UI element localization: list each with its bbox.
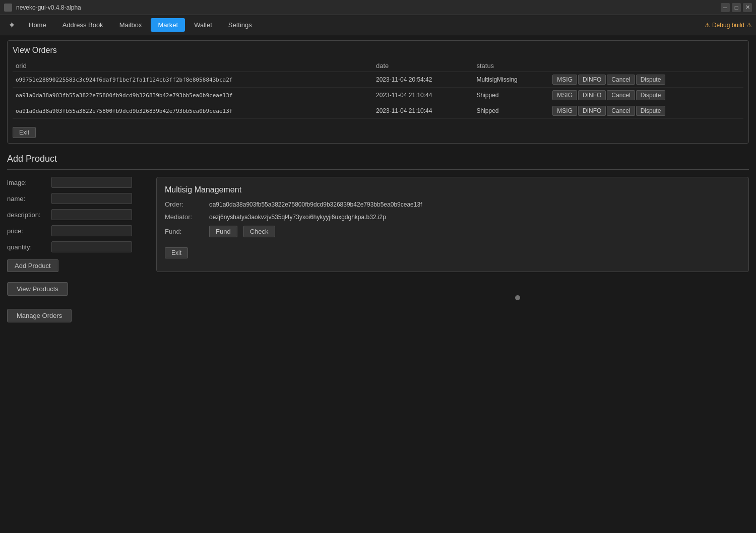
order-id: oa91a0da38a903fb55a3822e75800fb9dcd9b326… [13, 88, 373, 103]
col-orid: orid [13, 60, 373, 72]
view-products-button[interactable]: View Products [7, 282, 68, 296]
view-orders-title: View Orders [13, 46, 743, 55]
dispute-button[interactable]: Dispute [636, 90, 666, 100]
description-input[interactable] [51, 209, 132, 220]
cancel-button[interactable]: Cancel [607, 75, 635, 85]
manage-orders-container: Manage Orders [7, 309, 749, 329]
name-label: name: [7, 195, 47, 203]
nav-items: ✦ Home Address Book Mailbox Market Walle… [4, 18, 259, 33]
orders-exit-button[interactable]: Exit [13, 127, 36, 138]
order-status: Shipped [473, 88, 549, 103]
image-label: image: [7, 179, 47, 186]
add-product-button[interactable]: Add Product [7, 259, 58, 272]
nav-market[interactable]: Market [151, 18, 185, 32]
nav-home[interactable]: Home [22, 18, 53, 32]
section-divider [7, 169, 749, 170]
add-product-layout: image: name: description: price: quantit… [7, 177, 749, 272]
multisig-mediator-label: Mediator: [165, 213, 205, 221]
quantity-label: quantity: [7, 243, 47, 251]
msig-button[interactable]: MSIG [552, 106, 577, 116]
nav-settings[interactable]: Settings [221, 18, 259, 32]
check-button[interactable]: Check [243, 226, 275, 237]
form-row-name: name: [7, 193, 148, 204]
orders-table: orid date status o99751e28890225583c3c92… [13, 60, 743, 119]
minimize-button[interactable]: ─ [721, 3, 730, 12]
description-label: description: [7, 211, 47, 219]
order-actions: MSIGDINFOCancelDispute [549, 103, 743, 119]
order-id: oa91a0da38a903fb55a3822e75800fb9dcd9b326… [13, 103, 373, 119]
form-row-quantity: quantity: [7, 241, 148, 252]
table-row: o99751e28890225583c3c924f6daf9f1bef2fa1f… [13, 72, 743, 88]
fund-button[interactable]: Fund [209, 226, 237, 237]
titlebar-left: neveko-gui-v0.4.8-alpha [4, 4, 81, 12]
warning-icon: ⚠ [705, 22, 710, 29]
debug-label: Debug build [712, 22, 744, 29]
view-products-container: View Products [7, 282, 749, 303]
multisig-order-label: Order: [165, 201, 205, 208]
order-date: 2023-11-04 21:10:44 [373, 103, 473, 119]
app-icon [4, 4, 12, 12]
multisig-order-row: Order: oa91a0da38a903fb55a3822e75800fb9d… [165, 201, 740, 208]
navbar: ✦ Home Address Book Mailbox Market Walle… [0, 15, 756, 35]
multisig-panel: Multisig Management Order: oa91a0da38a90… [156, 177, 749, 272]
product-form: image: name: description: price: quantit… [7, 177, 148, 272]
cancel-button[interactable]: Cancel [607, 106, 635, 116]
multisig-title: Multisig Management [165, 185, 740, 194]
close-button[interactable]: ✕ [743, 3, 752, 12]
quantity-input[interactable] [51, 241, 132, 252]
nav-wallet[interactable]: Wallet [187, 18, 219, 32]
dinfo-button[interactable]: DINFO [578, 106, 606, 116]
col-actions [549, 60, 743, 72]
table-row: oa91a0da38a903fb55a3822e75800fb9dcd9b326… [13, 103, 743, 119]
msig-button[interactable]: MSIG [552, 75, 577, 85]
col-status: status [473, 60, 549, 72]
price-label: price: [7, 227, 47, 235]
order-date: 2023-11-04 20:54:42 [373, 72, 473, 88]
window-title: neveko-gui-v0.4.8-alpha [16, 4, 81, 11]
titlebar: neveko-gui-v0.4.8-alpha ─ □ ✕ [0, 0, 756, 15]
nav-addressbook[interactable]: Address Book [55, 18, 110, 32]
order-actions: MSIGDINFOCancelDispute [549, 88, 743, 103]
dispute-button[interactable]: Dispute [636, 106, 666, 116]
table-row: oa91a0da38a903fb55a3822e75800fb9dcd9b326… [13, 88, 743, 103]
nav-star-icon[interactable]: ✦ [4, 18, 20, 33]
multisig-exit-button[interactable]: Exit [165, 247, 188, 258]
name-input[interactable] [51, 193, 132, 204]
col-date: date [373, 60, 473, 72]
dinfo-button[interactable]: DINFO [578, 90, 606, 100]
add-product-section: Add Product image: name: description: p [7, 154, 749, 272]
multisig-fund-label: Fund: [165, 228, 205, 235]
manage-orders-button[interactable]: Manage Orders [7, 309, 72, 322]
form-row-image: image: [7, 177, 148, 188]
multisig-mediator-value: oezj6nyshatya3aokvzjv535ql4y73yxoi6hykyy… [209, 214, 386, 221]
form-row-description: description: [7, 209, 148, 220]
order-id: o99751e28890225583c3c924f6daf9f1bef2fa1f… [13, 72, 373, 88]
multisig-fund-row: Fund: Fund Check [165, 226, 740, 237]
image-input[interactable] [51, 177, 132, 188]
dispute-button[interactable]: Dispute [636, 75, 666, 85]
price-input[interactable] [51, 225, 132, 236]
main-content: View Orders orid date status o99751e2889… [0, 35, 756, 533]
warning-icon-right: ⚠ [746, 22, 752, 29]
add-product-title: Add Product [7, 154, 749, 164]
multisig-order-value: oa91a0da38a903fb55a3822e75800fb9dcd9b326… [209, 201, 422, 208]
order-status: Shipped [473, 103, 549, 119]
multisig-mediator-row: Mediator: oezj6nyshatya3aokvzjv535ql4y73… [165, 213, 740, 221]
order-status: MultisigMissing [473, 72, 549, 88]
debug-badge: ⚠ Debug build ⚠ [705, 22, 752, 29]
window-controls: ─ □ ✕ [721, 3, 752, 12]
cancel-button[interactable]: Cancel [607, 90, 635, 100]
order-date: 2023-11-04 21:10:44 [373, 88, 473, 103]
nav-mailbox[interactable]: Mailbox [112, 18, 149, 32]
maximize-button[interactable]: □ [732, 3, 741, 12]
form-row-price: price: [7, 225, 148, 236]
msig-button[interactable]: MSIG [552, 90, 577, 100]
view-orders-panel: View Orders orid date status o99751e2889… [7, 40, 749, 144]
dinfo-button[interactable]: DINFO [578, 75, 606, 85]
order-actions: MSIGDINFOCancelDispute [549, 72, 743, 88]
